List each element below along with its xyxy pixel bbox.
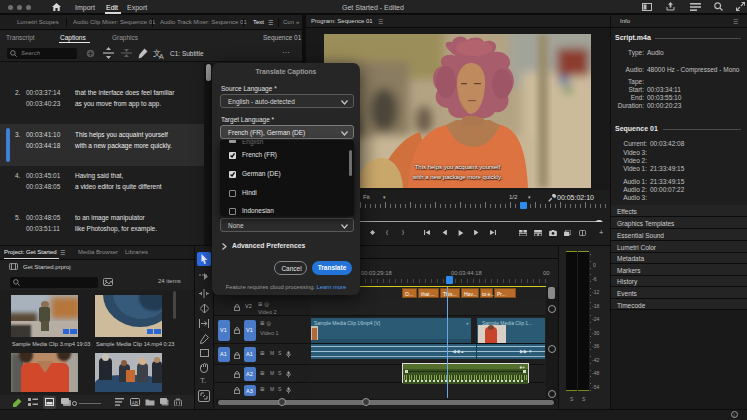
svg-text:AB: AB [132,400,139,406]
svg-text:A: A [159,53,164,59]
